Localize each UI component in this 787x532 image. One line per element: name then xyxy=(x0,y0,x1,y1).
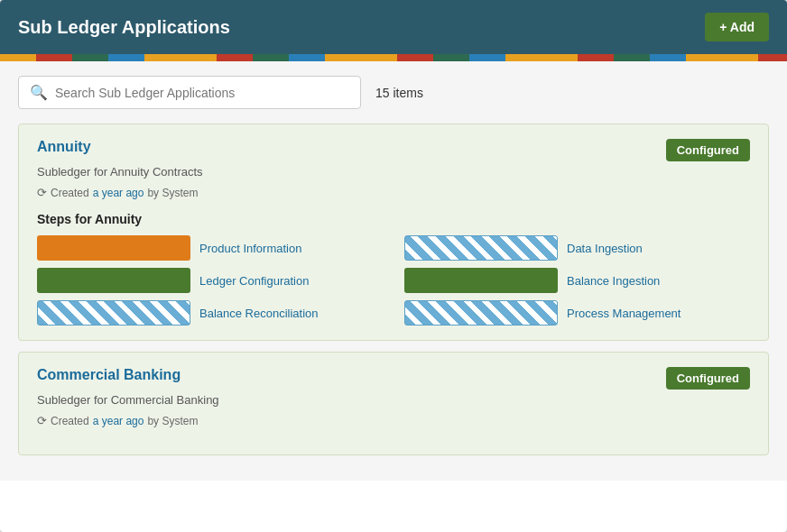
step-label-ledger-config[interactable]: Ledger Configuration xyxy=(199,274,309,288)
step-bar-product-info xyxy=(37,235,190,261)
commercial-banking-subtitle: Subledger for Commercial Banking xyxy=(37,393,750,407)
step-label-balance-ingestion[interactable]: Balance Ingestion xyxy=(567,274,660,288)
annuity-title[interactable]: Annuity xyxy=(37,139,91,155)
step-item: Ledger Configuration xyxy=(37,268,383,293)
commercial-banking-meta-suffix: by System xyxy=(147,415,198,427)
step-bar-process-mgmt xyxy=(404,300,558,326)
history-icon: ⟳ xyxy=(37,186,47,199)
page-title: Sub Ledger Applications xyxy=(18,17,230,38)
annuity-meta-created: Created xyxy=(51,187,89,199)
card-annuity: Annuity Configured Subledger for Annuity… xyxy=(18,124,769,341)
commercial-banking-meta: ⟳ Created a year ago by System xyxy=(37,414,750,427)
annuity-subtitle: Subledger for Annuity Contracts xyxy=(37,165,750,179)
commercial-banking-badge: Configured xyxy=(666,367,750,390)
steps-label-annuity: Steps for Annuity xyxy=(37,212,750,226)
main-window: Sub Ledger Applications + Add 🔍 15 items… xyxy=(0,0,787,532)
step-label-data-ingestion[interactable]: Data Ingestion xyxy=(567,242,643,255)
annuity-meta-suffix: by System xyxy=(147,187,198,199)
commercial-banking-meta-created: Created xyxy=(51,415,89,427)
step-item: Balance Ingestion xyxy=(404,268,750,293)
step-item: Data Ingestion xyxy=(404,235,750,261)
step-bar-ledger-config xyxy=(37,268,190,293)
search-box: 🔍 xyxy=(18,76,361,109)
step-label-process-mgmt[interactable]: Process Management xyxy=(567,307,681,320)
decorative-bar xyxy=(0,54,787,61)
search-input[interactable] xyxy=(55,86,349,100)
step-item: Balance Reconciliation xyxy=(37,300,383,326)
step-item: Process Management xyxy=(404,300,750,326)
card-commercial-banking: Commercial Banking Configured Subledger … xyxy=(18,352,769,455)
steps-grid-annuity: Product Information Data Ingestion Ledge… xyxy=(37,235,750,326)
annuity-meta-link[interactable]: a year ago xyxy=(93,187,144,199)
card-commercial-banking-header: Commercial Banking Configured xyxy=(37,367,750,390)
step-bar-balance-ingestion xyxy=(404,268,558,293)
add-button[interactable]: + Add xyxy=(705,13,769,41)
commercial-banking-meta-link[interactable]: a year ago xyxy=(93,415,144,427)
annuity-meta: ⟳ Created a year ago by System xyxy=(37,186,750,199)
card-annuity-header: Annuity Configured xyxy=(37,139,750,161)
step-label-balance-recon[interactable]: Balance Reconciliation xyxy=(199,307,319,320)
content-area: 🔍 15 items Annuity Configured Subledger … xyxy=(0,61,787,481)
history-icon-2: ⟳ xyxy=(37,414,47,427)
step-bar-data-ingestion xyxy=(404,235,558,261)
annuity-badge: Configured xyxy=(666,139,750,161)
step-item: Product Information xyxy=(37,235,383,261)
step-bar-balance-recon xyxy=(37,300,190,326)
search-icon: 🔍 xyxy=(30,84,48,101)
header: Sub Ledger Applications + Add xyxy=(0,0,787,54)
items-count: 15 items xyxy=(375,86,423,100)
step-label-product-info[interactable]: Product Information xyxy=(199,242,301,255)
commercial-banking-title[interactable]: Commercial Banking xyxy=(37,367,181,383)
search-bar-row: 🔍 15 items xyxy=(18,76,769,109)
